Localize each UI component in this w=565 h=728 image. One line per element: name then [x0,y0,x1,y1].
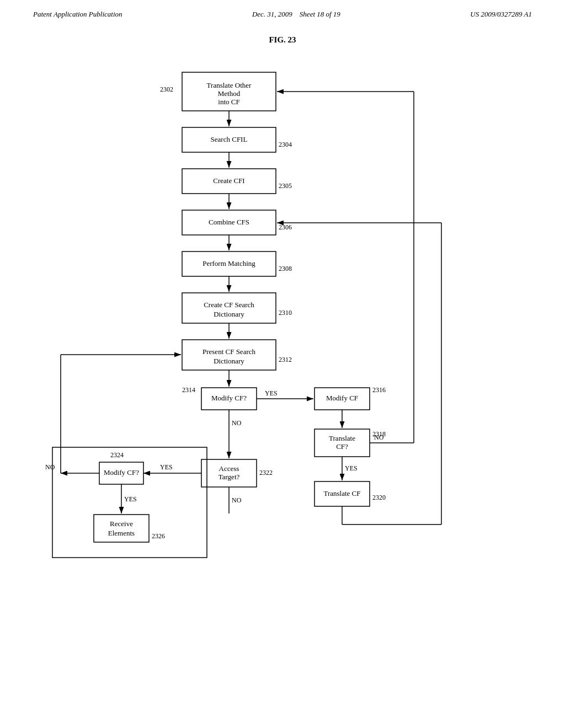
fig-title: FIG. 23 [0,35,565,45]
label-2312: 2312 [279,356,292,363]
svg-text:Receive: Receive [110,520,133,528]
svg-text:Target?: Target? [218,473,240,481]
svg-text:Modify CF?: Modify CF? [211,394,247,402]
label-yes-2322: YES [160,463,173,471]
label-2310: 2310 [279,309,292,317]
header-left: Patent Application Publication [33,10,122,19]
node-2302-text: Translate Other [207,81,252,89]
svg-text:Access: Access [219,464,239,473]
svg-text:Elements: Elements [108,529,135,537]
label-yes-2314: YES [265,389,278,397]
label-2322: 2322 [259,469,273,477]
label-no-2314: NO [232,419,242,427]
svg-text:Create CFI: Create CFI [213,176,244,185]
label-yes-2318: YES [345,464,358,472]
label-no-2318: NO [374,433,384,441]
svg-text:Create CF Search: Create CF Search [204,301,254,309]
label-2326: 2326 [152,532,165,540]
label-2305: 2305 [279,182,292,190]
svg-text:CF?: CF? [336,442,348,451]
svg-text:into CF: into CF [218,98,239,106]
svg-text:Method: Method [218,89,241,98]
page-header: Patent Application Publication Dec. 31, … [0,0,565,24]
svg-text:Modify CF?: Modify CF? [104,468,139,477]
label-2302: 2302 [160,85,173,93]
label-2304: 2304 [279,141,292,148]
svg-text:Combine CFS: Combine CFS [209,218,249,226]
label-2314: 2314 [182,386,195,394]
label-2324: 2324 [110,451,124,459]
label-no-2324: NO [45,463,55,471]
svg-text:Perform Matching: Perform Matching [202,259,255,267]
svg-text:Dictionary: Dictionary [214,357,244,365]
label-2306: 2306 [279,223,292,231]
svg-text:Translate: Translate [329,434,355,442]
header-right: US 2009/0327289 A1 [470,10,532,19]
label-2320: 2320 [372,494,386,501]
svg-text:Modify CF: Modify CF [326,394,358,402]
svg-text:Search CFIL: Search CFIL [211,135,248,143]
diagram: Translate Other Method into CF 2302 Sear… [0,61,565,706]
header-center: Dec. 31, 2009 Sheet 18 of 19 [252,10,340,19]
label-2316: 2316 [372,386,386,394]
svg-text:Present CF Search: Present CF Search [202,347,256,356]
label-2308: 2308 [279,265,292,272]
svg-text:Translate CF: Translate CF [323,489,360,497]
label-yes-2324: YES [124,495,137,503]
svg-text:Dictionary: Dictionary [214,310,244,318]
label-no-2322: NO [232,496,242,504]
